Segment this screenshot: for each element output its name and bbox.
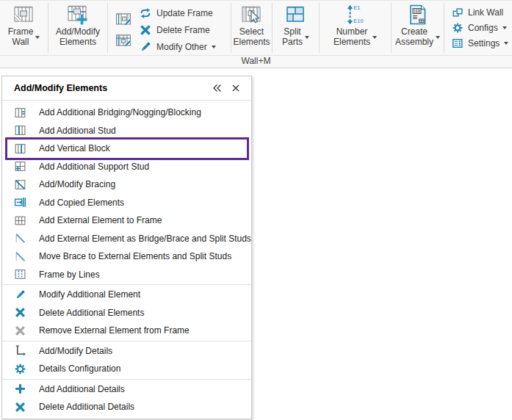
select-elements-icon <box>240 3 264 26</box>
menu-item-label: Frame by Lines <box>39 269 100 280</box>
link-wall-label: Link Wall <box>468 7 503 18</box>
create-assembly-label-line2: Assembly <box>395 37 433 48</box>
diagonal-brace-icon <box>14 250 26 263</box>
menu-item-move-brace-to-external[interactable]: Move Brace to External Elements and Spli… <box>2 247 251 266</box>
create-assembly-button[interactable]: Create Assembly <box>395 3 440 47</box>
add-modify-label-line1: Add/Modify <box>56 27 100 37</box>
configs-button[interactable]: Configs <box>452 20 507 35</box>
menu-item-delete-additional-details[interactable]: Delete Additional Details <box>2 398 251 416</box>
select-elements-label-line1: Select <box>239 27 264 37</box>
frame-wall-button[interactable]: Frame Wall <box>8 3 40 47</box>
modify-other-label: Modify Other <box>156 42 207 52</box>
menu-item-add-external-as-bridge-brace[interactable]: Add External Element as Bridge/Brace and… <box>2 230 251 248</box>
collapse-panel-button[interactable] <box>207 79 226 97</box>
ribbon-group-number: E1 E10 Number Elements <box>320 1 391 55</box>
link-wall-icon <box>452 7 464 18</box>
gear-icon <box>452 22 464 34</box>
pencil-icon <box>139 40 152 54</box>
configs-label: Configs <box>468 23 498 33</box>
delete-x-icon <box>14 401 26 413</box>
ribbon-group-split: Split Parts <box>273 1 319 55</box>
dropdown-caret-icon <box>305 36 309 39</box>
add-modify-elements-button[interactable]: Add/Modify Elements <box>56 3 100 47</box>
modify-other-button[interactable]: Modify Other <box>139 39 216 54</box>
collapse-chevrons-icon <box>211 82 223 94</box>
menu-item-add-modify-bracing[interactable]: Add/Modify Bracing <box>2 175 251 194</box>
menu-item-label: Add/Modify Details <box>39 346 112 356</box>
ribbon-group-frame-wall: Frame Wall <box>0 1 48 55</box>
ribbon-group-add-modify: Add/Modify Elements <box>48 1 107 55</box>
delete-x-icon <box>139 23 152 37</box>
menu-item-frame-by-lines[interactable]: Frame by Lines <box>2 266 251 284</box>
number-elements-label-line2: Elements <box>333 37 370 48</box>
menu-item-label: Add/Modify Bracing <box>39 179 115 189</box>
add-modify-elements-icon <box>66 3 90 26</box>
dropdown-caret-icon <box>372 36 377 39</box>
copied-elements-icon <box>14 196 26 209</box>
menu-item-modify-additional-element[interactable]: Modify Additional Element <box>2 286 251 304</box>
menu-item-add-additional-stud[interactable]: Add Additional Stud <box>2 122 251 140</box>
menu-item-label: Add Additional Details <box>39 384 125 394</box>
menu-item-add-additional-bridging[interactable]: Add Additional Bridging/Nogging/Blocking <box>2 104 251 122</box>
dropdown-caret-icon <box>504 42 508 45</box>
link-wall-button[interactable]: Link Wall <box>452 4 503 20</box>
ribbon-group-assembly: Create Assembly <box>392 1 444 55</box>
menu-item-add-vertical-block[interactable]: Add Vertical Block <box>2 140 251 158</box>
number-elements-icon: E1 E10 <box>344 3 367 26</box>
menu-item-add-external-element-to-frame[interactable]: Add External Element to Frame <box>2 211 251 230</box>
close-icon <box>230 82 242 94</box>
menu-item-label: Add Vertical Block <box>39 143 110 153</box>
split-parts-label-line1: Split <box>284 27 300 37</box>
menu-item-add-additional-details[interactable]: Add Additional Details <box>2 380 251 399</box>
split-parts-icon <box>284 3 307 26</box>
select-elements-button[interactable]: Select Elements <box>233 3 270 47</box>
menu-item-add-additional-support-stud[interactable]: Add Additional Support Stud <box>2 158 251 176</box>
gear-icon <box>14 363 26 375</box>
ribbon-button-area: Frame Wall Add/Modify Elements <box>0 1 512 55</box>
panel-header: Add/Modify Elements <box>2 76 251 101</box>
menu-item-label: Add Additional Support Stud <box>39 162 149 172</box>
diagonal-brace-icon <box>14 232 26 245</box>
frame-wall-label-line1: Frame <box>8 27 34 37</box>
wall-pencil-vertical-icon[interactable] <box>115 11 133 29</box>
menu-item-label: Delete Additional Elements <box>39 308 144 318</box>
menu-item-details-configuration[interactable]: Details Configuration <box>2 360 251 378</box>
menu-item-label: Add External Element as Bridge/Brace and… <box>39 233 251 244</box>
menu-item-label: Add External Element to Frame <box>39 215 162 225</box>
details-icon <box>14 344 26 357</box>
menu-item-label: Add Additional Bridging/Nogging/Blocking <box>39 107 201 117</box>
dropdown-caret-icon <box>212 46 216 48</box>
menu-item-add-copied-elements[interactable]: Add Copied Elements <box>2 194 251 212</box>
split-parts-label-line2: Parts <box>282 37 303 48</box>
ribbon-group-settings: Link Wall Configs Settings <box>444 1 512 55</box>
wall-pencil-grid-icon[interactable] <box>115 32 133 50</box>
menu-item-label: Add Additional Stud <box>39 126 116 136</box>
menu-item-label: Delete Additional Details <box>39 402 134 412</box>
frame-by-lines-icon <box>14 268 26 280</box>
ribbon-group-frame-tools: Update Frame Delete Frame Modify Other <box>108 1 231 55</box>
delete-x-icon <box>14 306 26 319</box>
settings-button[interactable]: Settings <box>452 35 508 51</box>
add-modify-label-line2: Elements <box>60 37 96 48</box>
update-frame-button[interactable]: Update Frame <box>139 5 216 21</box>
split-parts-button[interactable]: Split Parts <box>282 3 309 47</box>
close-panel-button[interactable] <box>226 79 245 97</box>
ribbon-group-select: Select Elements <box>231 1 272 55</box>
number-elements-label-line1: Number <box>336 27 368 37</box>
dropdown-caret-icon <box>502 26 507 29</box>
menu-item-label: Add Copied Elements <box>39 198 124 208</box>
number-elements-button[interactable]: E1 E10 Number Elements <box>333 3 377 47</box>
ribbon: Frame Wall Add/Modify Elements <box>0 0 512 68</box>
create-assembly-icon <box>405 3 429 26</box>
delete-frame-label: Delete Frame <box>156 25 210 35</box>
menu-separator <box>2 379 251 380</box>
dropdown-caret-icon <box>35 36 40 39</box>
delete-frame-button[interactable]: Delete Frame <box>139 22 216 37</box>
menu-item-add-modify-details[interactable]: Add/Modify Details <box>2 342 251 361</box>
stud-icon <box>14 124 26 137</box>
settings-list-icon <box>452 37 464 49</box>
pencil-icon <box>14 289 26 301</box>
menu-item-label: Move Brace to External Elements and Spli… <box>39 251 231 261</box>
menu-item-remove-external-element[interactable]: Remove External Element from Frame <box>2 322 251 340</box>
menu-item-delete-additional-elements[interactable]: Delete Additional Elements <box>2 304 251 322</box>
